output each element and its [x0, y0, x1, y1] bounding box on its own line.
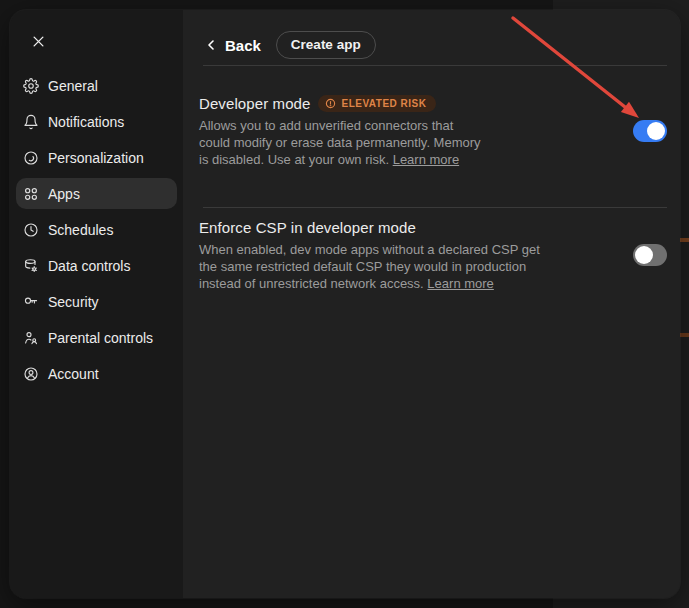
toggle-knob — [635, 246, 653, 264]
close-button[interactable] — [23, 26, 53, 56]
developer-mode-section: Developer mode ELEVATED RISK Allows you … — [183, 66, 680, 207]
developer-mode-description: Allows you to add unverified connectors … — [199, 117, 481, 168]
create-app-button[interactable]: Create app — [276, 31, 376, 59]
sidebar-item-label: Account — [48, 366, 99, 382]
learn-more-link[interactable]: Learn more — [393, 152, 459, 167]
settings-sidebar: GeneralNotificationsPersonalizationAppsS… — [10, 10, 183, 598]
settings-modal: GeneralNotificationsPersonalizationAppsS… — [10, 10, 680, 598]
sidebar-item-parental-controls[interactable]: Parental controls — [16, 322, 177, 353]
gear-icon — [23, 78, 39, 94]
personalization-icon — [23, 150, 39, 166]
back-button[interactable]: Back — [203, 37, 261, 54]
enforce-csp-toggle[interactable] — [633, 244, 667, 266]
close-icon — [31, 34, 46, 49]
developer-mode-toggle[interactable] — [633, 120, 667, 142]
enforce-csp-description: When enabled, dev mode apps without a de… — [199, 241, 540, 292]
apps-grid-icon — [23, 186, 39, 202]
apps-header: Back Create app — [183, 10, 680, 58]
settings-main-panel: Back Create app Developer mode ELEVATED … — [183, 10, 680, 598]
sidebar-nav: GeneralNotificationsPersonalizationAppsS… — [16, 70, 177, 389]
account-icon — [23, 366, 39, 382]
sidebar-item-label: Notifications — [48, 114, 124, 130]
sidebar-item-security[interactable]: Security — [16, 286, 177, 317]
sidebar-item-label: General — [48, 78, 98, 94]
clock-icon — [23, 222, 39, 238]
background-artifact — [680, 238, 689, 242]
enforce-csp-title: Enforce CSP in developer mode — [199, 219, 416, 236]
bell-icon — [23, 114, 39, 130]
sidebar-item-notifications[interactable]: Notifications — [16, 106, 177, 137]
developer-mode-title: Developer mode — [199, 95, 310, 112]
sidebar-item-data-controls[interactable]: Data controls — [16, 250, 177, 281]
sidebar-item-apps[interactable]: Apps — [16, 178, 177, 209]
parental-icon — [23, 330, 39, 346]
elevated-risk-badge: ELEVATED RISK — [318, 95, 435, 112]
warning-circle-icon — [325, 98, 336, 109]
sidebar-item-schedules[interactable]: Schedules — [16, 214, 177, 245]
chevron-left-icon — [203, 37, 219, 53]
sidebar-item-account[interactable]: Account — [16, 358, 177, 389]
sidebar-item-label: Data controls — [48, 258, 130, 274]
background-artifact — [680, 333, 689, 337]
database-icon — [23, 258, 39, 274]
elevated-risk-label: ELEVATED RISK — [341, 98, 426, 109]
sidebar-item-label: Apps — [48, 186, 80, 202]
sidebar-item-label: Personalization — [48, 150, 144, 166]
sidebar-item-label: Parental controls — [48, 330, 153, 346]
learn-more-link[interactable]: Learn more — [427, 276, 493, 291]
sidebar-item-general[interactable]: General — [16, 70, 177, 101]
key-icon — [23, 294, 39, 310]
toggle-knob — [647, 122, 665, 140]
sidebar-item-label: Schedules — [48, 222, 113, 238]
sidebar-item-label: Security — [48, 294, 99, 310]
enforce-csp-section: Enforce CSP in developer mode When enabl… — [183, 208, 680, 292]
sidebar-item-personalization[interactable]: Personalization — [16, 142, 177, 173]
back-label: Back — [225, 37, 261, 54]
